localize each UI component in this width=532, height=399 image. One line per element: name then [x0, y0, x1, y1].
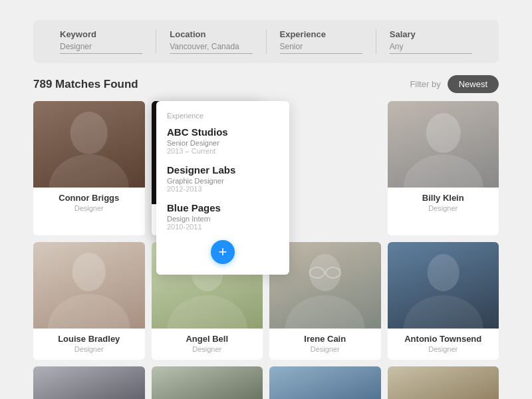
card-name-antonio: Antonio Townsend: [393, 334, 494, 344]
svg-point-10: [426, 113, 460, 153]
card-image-antonio: [388, 242, 499, 329]
svg-point-24: [427, 254, 459, 291]
card-title-louise: Designer: [39, 345, 140, 353]
keyword-field[interactable]: Keyword Designer: [47, 29, 156, 54]
exp-company-2: Blue Pages: [167, 202, 279, 213]
keyword-value: Designer: [60, 42, 142, 54]
exp-item-0: ABC Studios Senior Designer 2013 – Curre…: [167, 126, 279, 155]
card-r3c4[interactable]: [388, 366, 499, 399]
card-billy[interactable]: Billy Klein Designer: [388, 101, 499, 235]
card-title-irene: Designer: [275, 345, 376, 353]
experience-label: Experience: [280, 29, 362, 39]
results-count: 789 Matches Found: [33, 78, 138, 91]
card-image-r3c3: [269, 366, 381, 399]
salary-label: Salary: [390, 29, 472, 39]
exp-item-1: Designer Labs Graphic Designer 2012-2013: [167, 164, 279, 193]
exp-company-1: Designer Labs: [167, 164, 279, 176]
experience-value: Senior: [280, 42, 362, 54]
card-info-louise: Louise Bradley Designer: [33, 329, 145, 360]
card-name-billy: Billy Klein: [393, 193, 494, 203]
card-image-louise: [33, 242, 145, 329]
exp-dates-2: 2010-2011: [167, 223, 279, 231]
card-info-irene: Irene Cain Designer: [269, 329, 381, 360]
card-r3c1[interactable]: [33, 366, 145, 399]
card-image-r3c4: [388, 366, 499, 399]
card-r3c3[interactable]: [269, 366, 381, 399]
card-title-angel: Designer: [157, 345, 258, 353]
card-image-billy: [388, 101, 499, 188]
card-antonio[interactable]: Antonio Townsend Designer: [388, 242, 499, 360]
exp-role-1: Graphic Designer: [167, 177, 279, 185]
exp-dates-0: 2013 – Current: [167, 147, 279, 155]
card-connor[interactable]: Connor Briggs Designer: [33, 101, 145, 235]
location-field[interactable]: Location Vancouver, Canada: [156, 29, 266, 54]
add-candidate-button[interactable]: +: [211, 240, 235, 264]
experience-field[interactable]: Experience Senior: [267, 29, 376, 54]
card-title-connor: Designer: [39, 204, 140, 212]
card-info-connor: Connor Briggs Designer: [33, 188, 145, 219]
exp-dates-1: 2012-2013: [167, 185, 279, 193]
exp-role-0: Senior Designer: [167, 139, 279, 147]
keyword-label: Keyword: [60, 29, 142, 39]
salary-value: Any: [390, 42, 472, 54]
filter-newest-button[interactable]: Newest: [448, 75, 499, 93]
card-title-antonio: Designer: [393, 345, 494, 353]
filter-label: Filter by: [410, 79, 440, 89]
experience-popup: Experience ABC Studios Senior Designer 2…: [156, 101, 289, 275]
salary-field[interactable]: Salary Any: [376, 29, 485, 54]
svg-point-1: [70, 112, 108, 154]
card-name-irene: Irene Cain: [275, 334, 376, 344]
card-info-angel: Angel Bell Designer: [152, 329, 263, 360]
card-name-angel: Angel Bell: [157, 334, 258, 344]
card-name-louise: Louise Bradley: [39, 334, 140, 344]
svg-point-13: [72, 253, 106, 291]
card-name-connor: Connor Briggs: [39, 193, 140, 203]
card-r3c2[interactable]: [152, 366, 263, 399]
card-image-connor: [33, 101, 145, 188]
exp-company-0: ABC Studios: [167, 126, 279, 138]
results-grid-container: Connor Briggs Designer Richard Larson: [33, 101, 499, 399]
card-info-billy: Billy Klein Designer: [388, 188, 499, 219]
experience-section-label: Experience: [167, 112, 279, 120]
location-value: Vancouver, Canada: [170, 42, 252, 54]
location-label: Location: [170, 29, 252, 39]
search-bar: Keyword Designer Location Vancouver, Can…: [33, 20, 499, 63]
exp-role-2: Design Intern: [167, 215, 279, 223]
card-image-r3c1: [33, 366, 145, 399]
card-louise[interactable]: Louise Bradley Designer: [33, 242, 145, 360]
filter-section: Filter by Newest: [410, 75, 499, 93]
results-header: 789 Matches Found Filter by Newest: [33, 75, 499, 93]
card-info-antonio: Antonio Townsend Designer: [388, 329, 499, 360]
card-title-billy: Designer: [393, 204, 494, 212]
exp-item-2: Blue Pages Design Intern 2010-2011: [167, 202, 279, 231]
card-image-r3c2: [152, 366, 263, 399]
